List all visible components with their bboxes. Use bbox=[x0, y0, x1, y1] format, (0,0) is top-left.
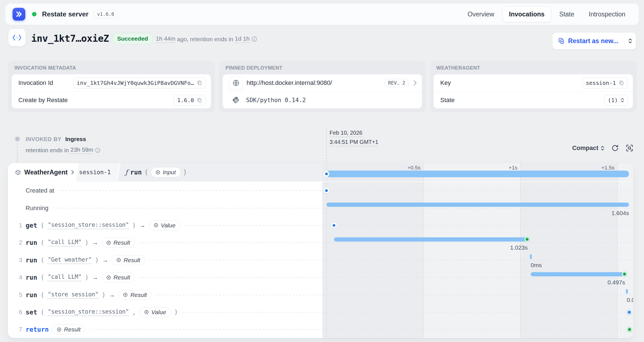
refresh-icon[interactable] bbox=[611, 144, 619, 152]
service-key-cell[interactable]: session-1 bbox=[74, 169, 116, 176]
tab-state[interactable]: State bbox=[553, 7, 581, 22]
journal-row[interactable]: 3run("Get weather")→Result0ms bbox=[8, 252, 633, 269]
duration-label: 0ms bbox=[531, 262, 567, 269]
duration-label: 1.023s bbox=[489, 244, 528, 251]
event-dot[interactable] bbox=[627, 327, 632, 332]
density-select[interactable]: Compact bbox=[572, 144, 604, 152]
target-icon bbox=[156, 170, 160, 175]
journal-row[interactable]: 6set("session_store::session",Value) bbox=[8, 304, 633, 321]
python-icon bbox=[229, 96, 242, 104]
result-badge[interactable]: Result bbox=[52, 324, 85, 334]
arrow: → bbox=[102, 257, 108, 264]
badge-label: Result bbox=[130, 292, 147, 298]
string-arg[interactable]: "call LLM" bbox=[48, 239, 81, 247]
badge-label: Value bbox=[151, 309, 166, 316]
target-icon bbox=[57, 327, 62, 332]
nav-tabs: OverviewInvocationsStateIntrospection bbox=[461, 7, 631, 22]
retention-text[interactable]: 1d 1h bbox=[235, 35, 250, 43]
service-key-chip[interactable]: session-1 bbox=[582, 77, 628, 88]
info-icon[interactable] bbox=[95, 147, 100, 153]
retention-value[interactable]: 23h 59m bbox=[70, 146, 93, 154]
info-icon[interactable] bbox=[251, 36, 257, 42]
server-status-dot bbox=[32, 12, 36, 16]
string-arg[interactable]: "session_store::session" bbox=[48, 308, 129, 316]
function-icon: ƒ bbox=[125, 168, 128, 176]
punctuation: ( bbox=[41, 222, 45, 229]
input-badge[interactable]: Input bbox=[151, 167, 181, 177]
restart-main-segment[interactable]: Restart as new... bbox=[552, 33, 624, 49]
duration-bar[interactable] bbox=[531, 272, 625, 276]
string-arg[interactable]: "store session" bbox=[48, 291, 98, 299]
journal-row[interactable]: Running1.604s bbox=[8, 199, 633, 216]
duration-bar[interactable] bbox=[326, 203, 629, 207]
journal-row[interactable]: 5run("store session")→Result0.0 bbox=[8, 286, 633, 303]
invocation-journal-panel: +0.5s+1s+1.5s WeatherAgent session-1 ƒ r… bbox=[8, 163, 633, 338]
row-label-group: 1get("session_store::session")→Value bbox=[16, 219, 185, 232]
punctuation: ) bbox=[85, 239, 89, 246]
tab-overview[interactable]: Overview bbox=[461, 7, 500, 22]
card-title: WEATHERAGENT bbox=[436, 65, 633, 71]
duration-bar[interactable] bbox=[334, 237, 528, 242]
invocation-lifetime-bar[interactable] bbox=[326, 171, 629, 177]
invocation-id-chip[interactable]: inv_1kt7Gh4vJWjY0quwk3GiP8avDGVNFo… bbox=[73, 77, 206, 88]
event-dot[interactable] bbox=[331, 223, 337, 228]
badge-label: Result bbox=[114, 239, 130, 246]
row-label-group: 2run("call LLM")→Result bbox=[16, 236, 139, 249]
row-number: 5 bbox=[16, 291, 22, 299]
journal-row[interactable]: Created at bbox=[8, 182, 633, 199]
punctuation: ( bbox=[41, 239, 45, 246]
zoom-to-fit-icon[interactable] bbox=[626, 144, 633, 152]
card-title: PINNED DEPLOYMENT bbox=[225, 65, 422, 71]
fn-name: get bbox=[26, 222, 37, 229]
retention-prefix: retention ends in bbox=[26, 147, 69, 154]
journal-row[interactable]: 2run("call LLM")→Result1.023s bbox=[8, 234, 633, 251]
invoked-by-connector-line bbox=[17, 143, 18, 162]
copy-icon[interactable] bbox=[619, 80, 624, 86]
invoked-by-value[interactable]: Ingress bbox=[65, 136, 86, 142]
result-badge[interactable]: Result bbox=[112, 255, 145, 265]
journal-row[interactable]: 1get("session_store::session")→Value bbox=[8, 217, 633, 234]
result-badge[interactable]: Result bbox=[102, 272, 135, 282]
punctuation: ) bbox=[85, 274, 89, 281]
instant-tick[interactable] bbox=[626, 289, 628, 294]
restate-version-chip[interactable]: 1.6.0 bbox=[174, 95, 206, 106]
result-badge[interactable]: Result bbox=[118, 290, 152, 300]
journal-row[interactable]: 7returnResult bbox=[8, 321, 633, 338]
event-dot[interactable] bbox=[324, 188, 329, 193]
journal-row[interactable]: 4run("call LLM")→Result0.497s bbox=[8, 269, 633, 286]
service-breadcrumb[interactable]: WeatherAgent bbox=[8, 169, 74, 176]
restart-as-new-button[interactable]: Restart as new... bbox=[552, 32, 636, 50]
chevron-right-icon[interactable] bbox=[413, 80, 417, 86]
restart-options-toggle[interactable] bbox=[624, 33, 636, 49]
timeline-start-datetime[interactable]: Feb 10, 2026 3:44:51 PM GMT+1 bbox=[330, 130, 378, 148]
cube-icon bbox=[15, 169, 21, 176]
string-arg[interactable]: "call LLM" bbox=[48, 274, 81, 281]
tab-introspection[interactable]: Introspection bbox=[582, 7, 631, 22]
timeline-controls: Compact bbox=[572, 144, 633, 152]
string-arg[interactable]: "Get weather" bbox=[48, 256, 92, 264]
string-arg[interactable]: "session_store::session" bbox=[48, 222, 129, 229]
value-badge[interactable]: Value bbox=[139, 307, 171, 317]
event-dot[interactable] bbox=[626, 309, 632, 315]
row-number: 4 bbox=[16, 274, 22, 281]
result-badge[interactable]: Result bbox=[102, 238, 135, 248]
restart-label: Restart as new... bbox=[568, 37, 618, 45]
row-leader-line bbox=[22, 208, 633, 208]
age-text[interactable]: 1h 44m bbox=[156, 35, 175, 43]
state-select[interactable]: (1) bbox=[604, 95, 628, 106]
copy-icon[interactable] bbox=[197, 97, 202, 103]
service-key-value: session-1 bbox=[586, 80, 616, 86]
arrow: → bbox=[139, 222, 146, 229]
timeline-time[interactable]: 3:44:51 PM GMT+1 bbox=[330, 139, 378, 146]
value-badge[interactable]: Value bbox=[149, 220, 180, 230]
density-label: Compact bbox=[572, 144, 598, 152]
fn-name: run bbox=[26, 274, 37, 281]
timeline-date[interactable]: Feb 10, 2026 bbox=[330, 130, 362, 137]
copy-icon[interactable] bbox=[197, 80, 202, 86]
axis-tick-label: +1s bbox=[489, 165, 517, 171]
row-label-group: 7returnResult bbox=[16, 323, 90, 336]
instant-tick[interactable] bbox=[530, 254, 532, 259]
deployment-endpoint-row[interactable]: http://host.docker.internal:9080/ REV. 2 bbox=[223, 74, 422, 91]
tab-invocations[interactable]: Invocations bbox=[503, 7, 551, 22]
chevron-right-icon bbox=[71, 170, 74, 175]
